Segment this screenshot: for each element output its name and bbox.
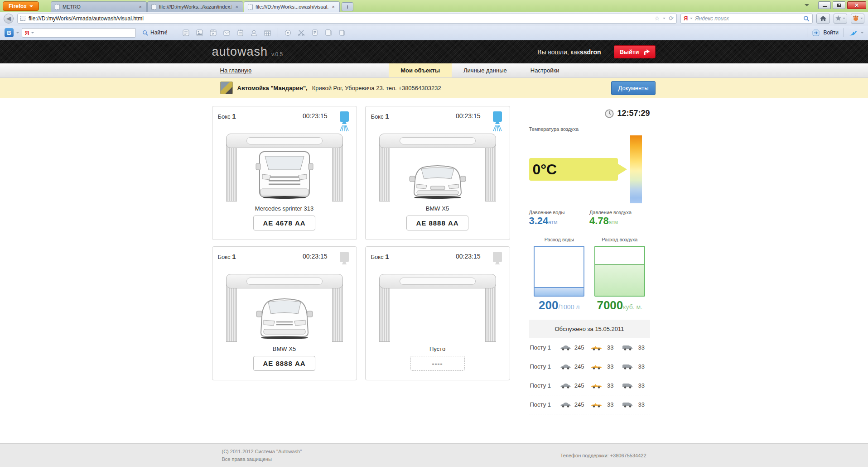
wash-timer: 00:23:15 [456, 251, 481, 260]
notes-icon[interactable] [235, 28, 246, 38]
vehicle-name: BMW X5 [371, 205, 504, 212]
video-icon[interactable] [208, 28, 219, 38]
browser-tab-metro[interactable]: METRO × [51, 1, 147, 12]
tab-my-objects[interactable]: Мои объекты [389, 63, 452, 77]
wash-bay-frame [379, 274, 496, 342]
yandex-search-engine-icon[interactable]: Я [684, 15, 688, 22]
firefox-menu-label: Firefox [9, 3, 27, 10]
sprinkler-inactive-icon [491, 251, 504, 273]
tab-settings[interactable]: Настройки [519, 63, 571, 77]
wash-box-card[interactable]: Бокс 1 00:23:15 [212, 106, 357, 240]
wash-timer: 00:23:15 [303, 251, 328, 260]
temperature-label: Температура воздуха [529, 126, 650, 132]
book-icon[interactable] [337, 28, 348, 38]
firefox-menu-button[interactable]: Firefox [3, 1, 39, 11]
cabriolet-icon [590, 401, 603, 408]
window-restore-button[interactable] [833, 1, 845, 9]
new-tab-button[interactable]: + [342, 2, 353, 11]
search-input[interactable]: Я Яндекс поиск [680, 14, 813, 24]
contacts-icon[interactable] [249, 28, 260, 38]
clock-value: 12:57:29 [617, 109, 650, 118]
url-bar[interactable]: file:///D:/myWorks/Armada/autowash/visua… [17, 14, 677, 24]
wash-box-card[interactable]: Бокс 1 00:23:15 [212, 246, 357, 380]
mail-icon[interactable] [222, 28, 232, 38]
chevron-down-icon[interactable] [16, 32, 19, 34]
calendar-icon[interactable] [262, 28, 273, 38]
yandex-toolbar: В Я Найти! Войти [0, 25, 868, 40]
images-icon[interactable] [194, 28, 205, 38]
scissors-icon[interactable] [296, 28, 307, 38]
air-fill [595, 264, 644, 296]
toolbar-login-button[interactable]: Войти [823, 29, 839, 36]
music-icon[interactable] [283, 28, 294, 38]
restore-icon [837, 4, 841, 7]
sedan-icon [559, 344, 572, 351]
tab-close-icon[interactable]: × [235, 4, 239, 10]
temperature-scale [630, 135, 642, 203]
box-label: Бокс 1 [371, 111, 389, 120]
engine-dropdown-icon[interactable] [690, 18, 693, 19]
home-link[interactable]: На главную [220, 67, 252, 74]
chevron-down-icon[interactable] [31, 32, 34, 34]
air-flow-label: Расход воздуха [589, 237, 650, 242]
browser-tab-kazan[interactable]: file:///D:/myWorks.../kazan/index.html × [147, 1, 243, 12]
browser-tab-visual-active[interactable]: file:///D:/myWorks...owash/visual.html × [244, 1, 340, 12]
app-version: v.0.5 [271, 51, 283, 58]
reload-icon[interactable]: ⟳ [669, 15, 674, 21]
news-icon[interactable] [181, 28, 192, 38]
copy-page-icon[interactable] [310, 28, 321, 38]
app-navigation: На главную Мои объекты Личные данные Нас… [0, 63, 868, 78]
search-icon[interactable] [803, 15, 810, 22]
logout-arrow-icon [643, 49, 650, 55]
vehicle-image-van [255, 151, 314, 201]
tab-close-icon[interactable]: × [331, 4, 336, 10]
object-name: Автомойка "Мандарин", [237, 85, 308, 91]
login-arrow-icon [812, 29, 820, 36]
yandex-bird-icon[interactable] [849, 29, 858, 36]
wash-box-card[interactable]: Бокс 1 00:23:15 Пусто ---- [365, 246, 510, 380]
wash-box-card[interactable]: Бокс 1 00:23:15 [365, 106, 510, 240]
window-minimize-button[interactable] [818, 1, 831, 9]
bookmarks-button[interactable] [834, 14, 847, 24]
separator [807, 28, 807, 37]
url-text: file:///D:/myWorks/Armada/autowash/visua… [29, 15, 651, 22]
chevron-down-icon[interactable] [861, 32, 863, 34]
url-dropdown-icon[interactable] [663, 18, 665, 19]
license-plate: АЕ 8888 АА [406, 216, 468, 230]
sprinkler-inactive-icon [338, 251, 351, 273]
tab-personal-data[interactable]: Личные данные [452, 63, 519, 77]
search-icon [142, 30, 148, 36]
window-close-button[interactable]: ✕ [847, 1, 866, 9]
app-footer: (С) 2011-2012 Система "Autowash" Все пра… [0, 443, 868, 467]
documents-icon[interactable] [323, 28, 334, 38]
home-button[interactable] [816, 14, 830, 24]
list-all-tabs-icon[interactable] [805, 4, 809, 6]
username: ssdron [580, 48, 601, 56]
sprinkler-active-icon [491, 111, 504, 133]
tab-close-icon[interactable]: × [138, 4, 143, 10]
yandex-bar-button[interactable]: В [5, 28, 14, 37]
license-plate: АЕ 4678 АА [253, 216, 315, 230]
addon-button[interactable] [851, 14, 864, 24]
sedan-icon [559, 363, 572, 370]
clock-icon [605, 109, 614, 118]
back-button[interactable]: ◀ [4, 14, 14, 24]
find-button[interactable]: Найти! [139, 29, 171, 36]
object-thumbnail [220, 82, 233, 94]
separator [176, 28, 176, 37]
yandex-search-input[interactable]: Я [22, 28, 136, 38]
bookmark-star-icon[interactable]: ☆ [654, 15, 660, 21]
vehicle-name: Пусто [371, 345, 504, 352]
documents-button[interactable]: Документы [611, 81, 655, 95]
main-content: Бокс 1 00:23:15 [0, 98, 868, 443]
addon-paw-icon [853, 15, 859, 21]
tab-title: METRO [63, 4, 135, 10]
copyright-text: (С) 2011-2012 Система "Autowash" [222, 448, 302, 456]
vehicle-image-car [406, 163, 469, 201]
yandex-icon: Я [25, 29, 29, 36]
chevron-down-icon[interactable] [860, 18, 863, 19]
van-icon [622, 344, 634, 351]
temperature-value: 0°С [529, 161, 557, 178]
logout-button[interactable]: Выйти [614, 45, 656, 58]
logout-label: Выйти [620, 48, 639, 55]
